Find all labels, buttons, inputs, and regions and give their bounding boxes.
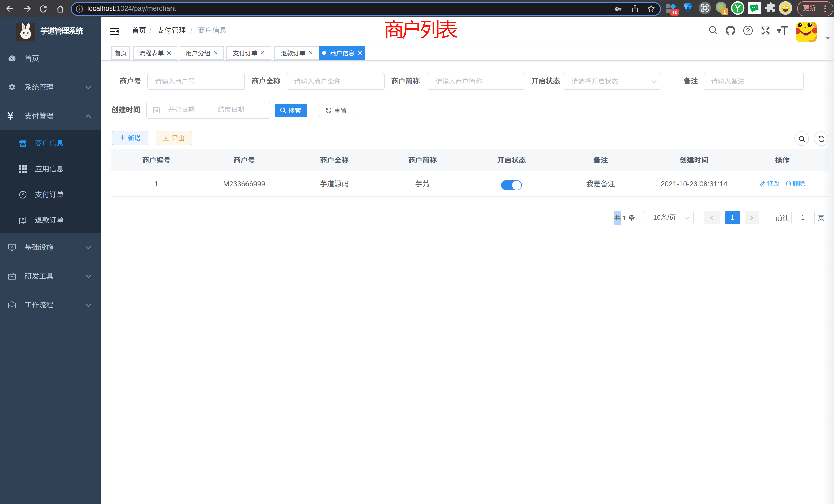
svg-text:1: 1 (723, 9, 726, 15)
svg-text:10: 10 (672, 9, 677, 15)
